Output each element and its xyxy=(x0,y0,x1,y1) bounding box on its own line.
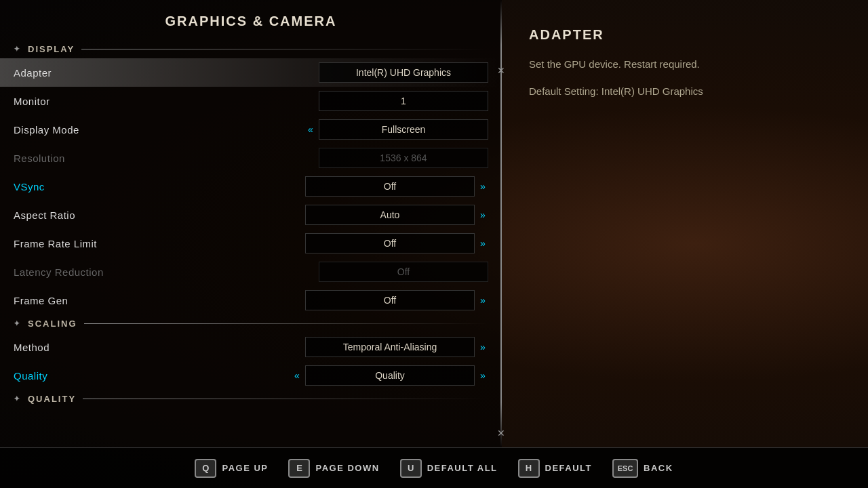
display-mode-value: Fullscreen xyxy=(319,119,488,140)
cross-bottom-icon: ✕ xyxy=(495,427,507,439)
setting-row-latency-reduction: Latency Reduction Off xyxy=(0,258,502,286)
frame-rate-limit-value: Off xyxy=(305,233,475,253)
quality-label: Quality xyxy=(14,370,285,382)
aspect-ratio-arrow-right[interactable]: » xyxy=(477,209,488,220)
setting-row-method[interactable]: Method Temporal Anti-Aliasing » xyxy=(0,333,502,361)
resolution-control: 1536 x 864 xyxy=(319,148,488,168)
method-arrow-right[interactable]: » xyxy=(477,342,488,352)
page-down-key-icon: E xyxy=(288,459,310,478)
setting-row-frame-rate-limit[interactable]: Frame Rate Limit Off » xyxy=(0,229,502,258)
section-quality: ✦ QUALITY xyxy=(0,390,502,408)
setting-row-vsync[interactable]: VSync Off » xyxy=(0,172,502,201)
adapter-label: Adapter xyxy=(14,67,285,79)
method-label: Method xyxy=(14,342,285,353)
resolution-value: 1536 x 864 xyxy=(319,148,488,168)
star-icon-2: ✦ xyxy=(14,319,21,328)
frame-rate-limit-label: Frame Rate Limit xyxy=(14,238,285,249)
page-down-button[interactable]: E PAGE DOWN xyxy=(288,459,379,478)
aspect-ratio-value: Auto xyxy=(305,205,475,225)
section-scaling-label: SCALING xyxy=(28,319,77,329)
frame-gen-arrow-right[interactable]: » xyxy=(477,295,488,306)
page-down-label: PAGE DOWN xyxy=(315,463,379,473)
quality-arrow-left[interactable]: « xyxy=(292,370,302,381)
page-up-button[interactable]: Q PAGE UP xyxy=(195,459,268,478)
section-display-label: DISPLAY xyxy=(28,44,75,54)
default-label: DEFAULT xyxy=(545,463,592,473)
right-panel-description: Set the GPU device. Restart required. xyxy=(529,56,841,73)
setting-row-quality[interactable]: Quality « Quality » xyxy=(0,361,502,390)
setting-row-monitor[interactable]: Monitor 1 xyxy=(0,87,502,115)
monitor-value: 1 xyxy=(319,91,488,111)
star-icon-3: ✦ xyxy=(14,394,21,403)
method-control: Temporal Anti-Aliasing » xyxy=(305,337,488,357)
display-mode-label: Display Mode xyxy=(14,124,285,136)
back-key-icon: ESC xyxy=(612,459,638,478)
latency-reduction-value: Off xyxy=(319,262,488,282)
page-up-label: PAGE UP xyxy=(222,463,268,473)
default-all-button[interactable]: U DEFAULT ALL xyxy=(400,459,498,478)
right-panel-default-value: Intel(R) UHD Graphics xyxy=(601,85,703,97)
setting-row-display-mode[interactable]: Display Mode « Fullscreen xyxy=(0,115,502,144)
display-mode-arrow-left[interactable]: « xyxy=(305,124,316,135)
section-quality-label: QUALITY xyxy=(28,394,76,404)
section-display: ✦ DISPLAY xyxy=(0,40,502,58)
setting-row-resolution: Resolution 1536 x 864 xyxy=(0,144,502,172)
monitor-label: Monitor xyxy=(14,96,285,107)
aspect-ratio-label: Aspect Ratio xyxy=(14,209,285,221)
setting-row-aspect-ratio[interactable]: Aspect Ratio Auto » xyxy=(0,201,502,229)
section-scaling: ✦ SCALING xyxy=(0,314,502,333)
adapter-control: Intel(R) UHD Graphics xyxy=(319,62,488,83)
right-panel: ADAPTER Set the GPU device. Restart requ… xyxy=(515,14,854,113)
left-panel: GRAPHICS & CAMERA ✦ DISPLAY Adapter Inte… xyxy=(0,0,502,447)
adapter-value: Intel(R) UHD Graphics xyxy=(319,62,488,83)
frame-gen-label: Frame Gen xyxy=(14,295,285,306)
setting-row-adapter[interactable]: Adapter Intel(R) UHD Graphics xyxy=(0,58,502,87)
bottom-bar: Q PAGE UP E PAGE DOWN U DEFAULT ALL H DE… xyxy=(0,447,868,488)
quality-value: Quality xyxy=(305,365,475,386)
back-button[interactable]: ESC BACK xyxy=(612,459,673,478)
star-icon: ✦ xyxy=(14,45,21,54)
default-all-key-icon: U xyxy=(400,459,422,478)
quality-control: « Quality » xyxy=(292,365,488,386)
back-label: BACK xyxy=(644,463,673,473)
default-button[interactable]: H DEFAULT xyxy=(518,459,592,478)
frame-gen-control: Off » xyxy=(305,290,488,310)
resolution-label: Resolution xyxy=(14,152,285,164)
default-key-icon: H xyxy=(518,459,540,478)
default-all-label: DEFAULT ALL xyxy=(427,463,498,473)
vsync-control: Off » xyxy=(305,176,488,197)
vsync-label: VSync xyxy=(14,181,285,192)
frame-rate-limit-arrow-right[interactable]: » xyxy=(477,238,488,249)
panel-title: GRAPHICS & CAMERA xyxy=(0,14,502,29)
method-value: Temporal Anti-Aliasing xyxy=(305,337,475,357)
quality-arrow-right[interactable]: » xyxy=(477,370,488,381)
cross-top-icon: ✕ xyxy=(495,64,507,77)
latency-reduction-label: Latency Reduction xyxy=(14,266,285,278)
right-panel-default-label: Default Setting: xyxy=(529,85,599,97)
aspect-ratio-control: Auto » xyxy=(305,205,488,225)
vsync-arrow-right[interactable]: » xyxy=(477,181,488,192)
setting-row-frame-gen[interactable]: Frame Gen Off » xyxy=(0,286,502,314)
frame-rate-limit-control: Off » xyxy=(305,233,488,253)
page-up-key-icon: Q xyxy=(195,459,216,478)
frame-gen-value: Off xyxy=(305,290,475,310)
latency-reduction-control: Off xyxy=(319,262,488,282)
right-panel-default: Default Setting: Intel(R) UHD Graphics xyxy=(529,83,841,100)
right-panel-title: ADAPTER xyxy=(529,27,841,43)
monitor-control: 1 xyxy=(319,91,488,111)
display-mode-control: « Fullscreen xyxy=(305,119,488,140)
vsync-value: Off xyxy=(305,176,475,197)
